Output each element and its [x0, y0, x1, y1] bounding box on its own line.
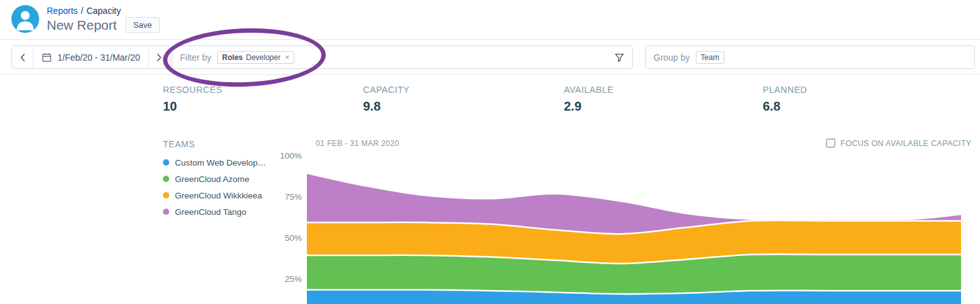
- title-row: New Report Save: [47, 17, 160, 33]
- stat-planned-value: 6.8: [763, 99, 807, 114]
- legend-dot-green: [163, 176, 169, 182]
- breadcrumb-current: Capacity: [87, 6, 121, 16]
- filter-chip-remove-icon[interactable]: ×: [285, 53, 289, 62]
- stat-capacity: CAPACITY 9.8: [363, 85, 410, 114]
- focus-checkbox-label: FOCUS ON AVAILABLE CAPACITY: [840, 139, 971, 148]
- legend-item-greencloud-azome[interactable]: GreenCloud Azome: [163, 171, 266, 187]
- date-range-field[interactable]: 1/Feb/20 - 31/Mar/20: [33, 46, 148, 68]
- legend-item-custom-web-development[interactable]: Custom Web Develop…: [163, 154, 266, 171]
- user-avatar[interactable]: [11, 5, 39, 33]
- y-tick-50: 50%: [265, 233, 302, 243]
- group-chip-value: Team: [701, 53, 719, 62]
- legend-item-greencloud-wikkkieea[interactable]: GreenCloud Wikkkieea: [163, 187, 266, 204]
- stat-resources: RESOURCES 10: [163, 85, 222, 114]
- stat-resources-label: RESOURCES: [163, 85, 222, 95]
- funnel-icon: [614, 52, 624, 63]
- next-period-button[interactable]: [148, 46, 170, 68]
- date-range-label: 1/Feb/20 - 31/Mar/20: [57, 52, 140, 63]
- focus-checkbox[interactable]: [826, 138, 835, 148]
- filter-chip-category: Roles: [222, 53, 243, 62]
- group-by-input[interactable]: Group by Team: [645, 46, 975, 69]
- focus-available-capacity-toggle[interactable]: FOCUS ON AVAILABLE CAPACITY: [826, 138, 971, 148]
- filter-by-label: Filter by: [180, 52, 212, 63]
- legend-item-greencloud-tango[interactable]: GreenCloud Tango: [163, 204, 266, 220]
- save-button[interactable]: Save: [126, 17, 160, 33]
- legend-dot-blue: [163, 159, 169, 166]
- stat-available: AVAILABLE 2.9: [564, 85, 614, 114]
- person-icon: [11, 5, 39, 33]
- page-title: New Report: [47, 18, 117, 33]
- calendar-icon: [42, 52, 52, 63]
- filter-chip-value: Developer: [246, 53, 280, 62]
- stat-capacity-value: 9.8: [363, 99, 410, 114]
- legend-label: GreenCloud Azome: [175, 174, 249, 184]
- breadcrumb-reports-link[interactable]: Reports: [47, 6, 78, 16]
- stat-capacity-label: CAPACITY: [363, 85, 410, 95]
- breadcrumb-separator: /: [81, 6, 83, 16]
- teams-panel-title: TEAMS: [163, 139, 195, 149]
- capacity-report-page: Reports/Capacity New Report Save 1/Feb/2…: [0, 0, 980, 304]
- legend-label: GreenCloud Wikkkieea: [175, 191, 262, 200]
- chevron-left-icon: [20, 54, 25, 61]
- legend-dot-orange: [163, 192, 169, 198]
- stat-resources-value: 10: [163, 99, 222, 114]
- stat-available-label: AVAILABLE: [564, 85, 614, 95]
- teams-legend: Custom Web Develop… GreenCloud Azome Gre…: [163, 154, 266, 220]
- y-tick-25: 25%: [265, 274, 302, 284]
- breadcrumb: Reports/Capacity: [47, 6, 121, 16]
- stat-available-value: 2.9: [564, 99, 614, 114]
- date-navigator: 1/Feb/20 - 31/Mar/20: [11, 46, 170, 69]
- chevron-right-icon: [157, 54, 162, 61]
- capacity-stacked-area-chart: [307, 152, 961, 304]
- prev-period-button[interactable]: [12, 46, 33, 68]
- stat-planned: PLANNED 6.8: [763, 85, 807, 114]
- legend-label: GreenCloud Tango: [175, 207, 246, 217]
- filter-chip-roles-developer[interactable]: Roles Developer ×: [217, 51, 294, 64]
- legend-dot-purple: [163, 209, 169, 215]
- y-tick-75: 75%: [265, 192, 302, 202]
- filter-by-input[interactable]: Filter by Roles Developer ×: [172, 46, 633, 69]
- chart-period-label: 01 FEB - 31 MAR 2020: [316, 139, 399, 148]
- stat-planned-label: PLANNED: [763, 85, 807, 95]
- y-tick-100: 100%: [265, 151, 302, 161]
- group-by-label: Group by: [654, 52, 690, 63]
- legend-label: Custom Web Develop…: [175, 158, 266, 167]
- filter-funnel-icon[interactable]: [614, 52, 624, 63]
- toolbar: 1/Feb/20 - 31/Mar/20 Filter by Roles Dev…: [0, 39, 980, 75]
- group-chip-team[interactable]: Team: [696, 51, 724, 64]
